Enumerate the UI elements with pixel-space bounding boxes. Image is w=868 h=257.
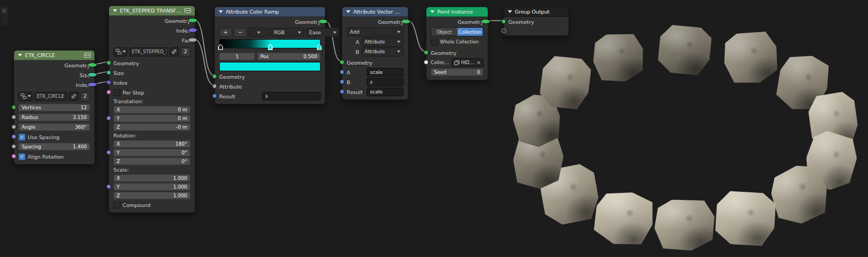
remove-stop-button[interactable]: − — [234, 28, 247, 37]
socket-collection-input[interactable] — [424, 60, 429, 65]
socket-geometry-input[interactable] — [106, 60, 111, 65]
socket-attribute-input[interactable] — [212, 84, 217, 89]
per-step-checkbox[interactable] — [113, 89, 120, 96]
node-header-group-output[interactable]: Group Output — [504, 7, 569, 17]
node-group-users-button[interactable]: 2 — [181, 47, 190, 57]
node-attribute-vector-math[interactable]: Attribute Vector Math Geometry Add A Att… — [342, 7, 409, 100]
collapse-icon[interactable] — [219, 10, 223, 13]
node-header-etk-circle[interactable]: ETK_CIRCLE — [14, 51, 94, 60]
operation-dropdown[interactable]: Add — [347, 27, 404, 36]
interpolation-dropdown[interactable]: Ease — [306, 28, 340, 37]
dropdown-caret-icon — [397, 51, 400, 53]
node-point-instance[interactable]: Point Instance Geometry ObjectCollection… — [426, 7, 488, 80]
vertices-field[interactable]: Vertices12 — [18, 104, 90, 111]
add-stop-button[interactable]: + — [219, 28, 232, 37]
use-spacing-checkbox[interactable] — [18, 134, 25, 141]
socket-geometry-input[interactable] — [212, 74, 217, 79]
translation-x-field[interactable]: X0 m — [113, 106, 190, 114]
rotation-y-field[interactable]: Y0° — [113, 149, 190, 156]
collapse-icon[interactable] — [430, 10, 435, 13]
socket-translation-input[interactable] — [106, 116, 111, 121]
socket-empty-input[interactable] — [501, 28, 506, 33]
node-header-vector-math[interactable]: Attribute Vector Math — [342, 7, 408, 17]
collapse-icon[interactable] — [508, 10, 512, 13]
socket-align-rotation-input[interactable] — [11, 154, 16, 159]
socket-geometry-input[interactable] — [424, 50, 429, 55]
scale-x-field[interactable]: X1.000 — [113, 174, 190, 182]
scale-z-field[interactable]: Z1.000 — [113, 192, 190, 199]
b-type-dropdown[interactable]: Attribute — [361, 47, 404, 57]
collapse-icon[interactable] — [113, 9, 117, 12]
socket-spacing-input[interactable] — [11, 144, 16, 149]
socket-geometry-input[interactable] — [340, 60, 344, 65]
socket-vertices-input[interactable] — [11, 105, 16, 110]
socket-fac-output[interactable] — [188, 37, 197, 42]
collapse-icon[interactable] — [18, 54, 22, 57]
color-ramp-widget[interactable] — [219, 38, 321, 51]
socket-index-output[interactable] — [87, 82, 97, 87]
node-header-color-ramp[interactable]: Attribute Color Ramp — [215, 7, 325, 17]
node-etk-circle[interactable]: ETK_CIRCLE Geometry Size Index ETK_CIRCL… — [14, 50, 95, 165]
translation-y-field[interactable]: Y0 m — [113, 115, 190, 122]
socket-result-input[interactable] — [340, 89, 344, 94]
socket-scale-input[interactable] — [106, 184, 111, 189]
socket-a-input[interactable] — [340, 70, 344, 74]
socket-b-input[interactable] — [340, 79, 344, 84]
align-rotation-checkbox[interactable] — [18, 153, 25, 160]
axis-x-label: X — [117, 175, 120, 181]
node-header-etk-stepped[interactable]: ETK_STEPPED TRANSFORM — [109, 6, 195, 16]
spacing-field[interactable]: Spacing1.400 — [18, 143, 90, 151]
stone — [713, 189, 778, 249]
stop-index-field[interactable]: 1 — [219, 53, 255, 60]
node-group-browse-button[interactable] — [113, 47, 127, 57]
compound-checkbox[interactable] — [113, 202, 120, 209]
node-group-name-field[interactable]: ETK_STEPPED_T... — [129, 47, 168, 57]
socket-rotation-input[interactable] — [106, 150, 111, 155]
translation-z-field[interactable]: Z-0 m — [113, 123, 190, 131]
socket-index-output[interactable] — [188, 28, 197, 33]
ramp-tools-dropdown[interactable] — [248, 28, 269, 37]
seed-field[interactable]: Seed0 — [431, 68, 483, 76]
color-mode-dropdown[interactable]: RGB — [271, 28, 304, 37]
node-attribute-color-ramp[interactable]: Attribute Color Ramp Geometry + − RGB Ea… — [214, 7, 326, 104]
socket-use-spacing-input[interactable] — [11, 134, 16, 139]
angle-field[interactable]: Angle360° — [18, 123, 90, 131]
node-group-browse-button[interactable] — [18, 92, 33, 101]
stop-position-field[interactable]: Pos0.500 — [257, 53, 321, 60]
node-header-point-instance[interactable]: Point Instance — [426, 7, 488, 17]
node-editor-canvas[interactable]: ETK_CIRCLE Geometry Size Index ETK_CIRCL… — [0, 0, 868, 257]
collection-id-field[interactable]: HID... × — [451, 58, 483, 67]
socket-radius-input[interactable] — [11, 115, 16, 120]
socket-geometry-output[interactable] — [87, 62, 97, 67]
rotation-z-field[interactable]: Z0° — [113, 158, 190, 165]
socket-geometry-output[interactable] — [401, 19, 411, 24]
a-type-dropdown[interactable]: Attribute — [361, 37, 404, 47]
node-etk-stepped-transform[interactable]: ETK_STEPPED TRANSFORM Geometry Index Fac… — [108, 5, 195, 213]
node-group-users-button[interactable]: 2 — [80, 92, 90, 101]
node-group-name-field[interactable]: ETK_CIRCLE — [34, 92, 67, 101]
socket-geometry-output[interactable] — [318, 19, 328, 24]
socket-geometry-output[interactable] — [481, 19, 490, 24]
socket-geometry-input[interactable] — [501, 19, 506, 24]
socket-size-input[interactable] — [106, 70, 111, 75]
socket-angle-input[interactable] — [11, 124, 16, 129]
socket-geometry-output[interactable] — [188, 18, 197, 23]
scale-y-field[interactable]: Y1.000 — [113, 183, 190, 191]
a-text-input[interactable]: scale — [367, 68, 404, 77]
rotation-x-field[interactable]: X180° — [113, 140, 190, 148]
clear-collection-button[interactable]: × — [476, 60, 481, 65]
socket-index-input[interactable] — [106, 80, 111, 85]
ramp-color-swatch[interactable] — [219, 62, 321, 71]
node-group-output[interactable]: Group Output Geometry — [503, 7, 569, 36]
radius-field[interactable]: Radius3.150 — [18, 114, 90, 121]
socket-per-step-input[interactable] — [106, 90, 111, 95]
b-text-input[interactable]: s — [367, 78, 404, 86]
collapse-icon[interactable] — [346, 10, 350, 13]
mode-object-button[interactable]: Object — [431, 28, 457, 36]
socket-result-input[interactable] — [212, 93, 217, 98]
result-text-input[interactable]: s — [262, 92, 321, 101]
result-text-input[interactable]: scale — [367, 87, 404, 96]
mode-collection-button[interactable]: Collection — [457, 28, 483, 36]
whole-collection-checkbox[interactable] — [431, 39, 438, 46]
socket-size-output[interactable] — [87, 72, 97, 77]
